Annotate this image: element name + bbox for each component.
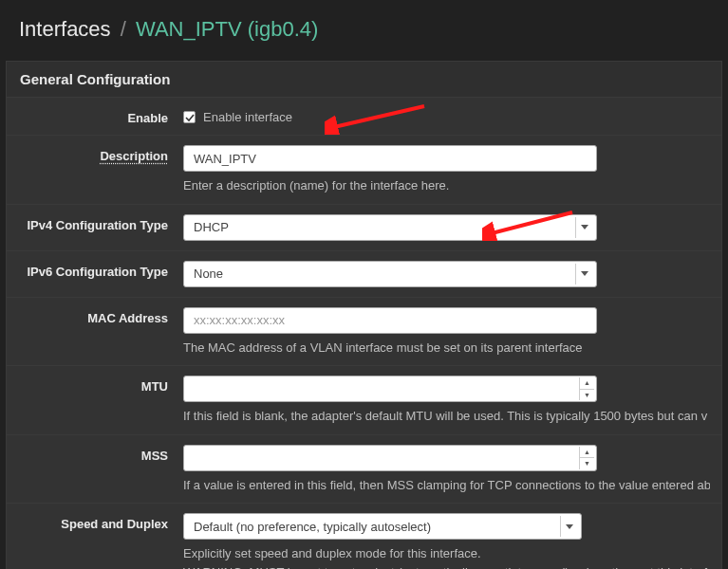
breadcrumb-root[interactable]: Interfaces	[19, 17, 111, 41]
breadcrumb: Interfaces / WAN_IPTV (igb0.4)	[0, 0, 728, 61]
mss-help: If a value is entered in this field, the…	[183, 477, 710, 494]
speed-duplex-value: Default (no preference, typically autose…	[194, 520, 431, 534]
mtu-input[interactable]: ▲ ▼	[183, 376, 597, 402]
row-mss: MSS ▲ ▼ If a value is entered in this fi…	[7, 435, 721, 505]
row-mac: MAC Address xx:xx:xx:xx:xx:xx The MAC ad…	[7, 298, 721, 367]
label-enable: Enable	[7, 107, 183, 125]
description-input-value: WAN_IPTV	[194, 152, 256, 166]
general-configuration-panel: General Configuration Enable Enable inte…	[6, 61, 722, 569]
breadcrumb-separator: /	[121, 17, 126, 41]
label-mss: MSS	[7, 445, 183, 494]
row-ipv6: IPv6 Configuration Type None	[7, 251, 721, 298]
row-speed: Speed and Duplex Default (no preference,…	[7, 504, 721, 569]
row-description: Description WAN_IPTV Enter a description…	[7, 136, 721, 205]
ipv4-config-value: DHCP	[194, 220, 229, 234]
speed-duplex-select[interactable]: Default (no preference, typically autose…	[183, 513, 582, 540]
chevron-down-icon	[575, 217, 592, 238]
mss-step-down[interactable]: ▼	[580, 458, 594, 469]
mac-address-input[interactable]: xx:xx:xx:xx:xx:xx	[183, 307, 597, 334]
row-mtu: MTU ▲ ▼ If this field is blank, the adap…	[7, 366, 721, 435]
row-ipv4: IPv4 Configuration Type DHCP	[7, 205, 721, 251]
label-description: Description	[7, 145, 183, 194]
label-speed: Speed and Duplex	[7, 513, 183, 569]
breadcrumb-current: WAN_IPTV (igb0.4)	[136, 17, 318, 41]
label-ipv6: IPv6 Configuration Type	[7, 261, 183, 287]
label-mtu: MTU	[7, 376, 183, 425]
label-ipv4: IPv4 Configuration Type	[7, 214, 183, 241]
chevron-down-icon	[560, 516, 577, 537]
row-enable: Enable Enable interface	[7, 98, 721, 136]
mss-stepper: ▲ ▼	[579, 447, 594, 469]
mss-input[interactable]: ▲ ▼	[183, 445, 597, 471]
mac-help: The MAC address of a VLAN interface must…	[183, 340, 710, 357]
ipv6-config-value: None	[194, 266, 223, 281]
mtu-step-down[interactable]: ▼	[580, 390, 594, 401]
enable-interface-checkbox[interactable]	[183, 111, 196, 123]
description-input[interactable]: WAN_IPTV	[183, 145, 597, 172]
ipv4-config-select[interactable]: DHCP	[183, 214, 597, 241]
ipv6-config-select[interactable]: None	[183, 261, 597, 287]
mtu-step-up[interactable]: ▲	[580, 377, 594, 390]
speed-help-1: Explicitly set speed and duplex mode for…	[183, 545, 710, 562]
mtu-help: If this field is blank, the adapter's de…	[183, 408, 710, 425]
mtu-stepper: ▲ ▼	[579, 377, 594, 400]
panel-title: General Configuration	[7, 62, 721, 98]
description-help: Enter a description (name) for the inter…	[183, 177, 710, 194]
mac-address-placeholder: xx:xx:xx:xx:xx:xx	[194, 313, 285, 327]
chevron-down-icon	[575, 264, 592, 284]
label-mac: MAC Address	[7, 307, 183, 357]
speed-help-2: WARNING: MUST be set to autoselect (auto…	[183, 564, 710, 569]
enable-interface-checkbox-label: Enable interface	[203, 110, 292, 124]
mss-step-up[interactable]: ▲	[580, 447, 594, 459]
